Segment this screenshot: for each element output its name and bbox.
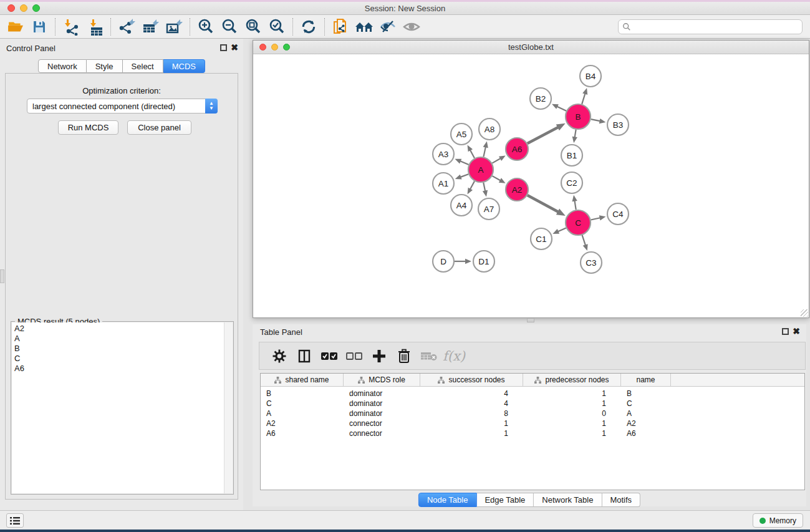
graph-node-label: A8 — [485, 125, 495, 134]
save-session-button[interactable] — [27, 17, 51, 37]
tab-edge-table[interactable]: Edge Table — [476, 493, 534, 507]
table-row[interactable]: C dominator 4 1 C — [261, 399, 804, 409]
export-network-button[interactable] — [115, 17, 138, 37]
result-item[interactable]: A — [14, 334, 225, 344]
graph-node-label: C — [575, 218, 581, 228]
app-titlebar[interactable]: Session: New Session — [0, 2, 810, 15]
zoom-in-button[interactable] — [194, 17, 218, 37]
export-image-button[interactable] — [162, 17, 186, 37]
open-session-button[interactable] — [4, 17, 27, 37]
table-row[interactable]: A6 connector 1 1 A6 — [261, 428, 804, 438]
select-all-icon — [321, 352, 337, 360]
float-panel-icon[interactable] — [220, 44, 227, 51]
show-columns-button[interactable] — [292, 345, 317, 367]
graph-edge-A-A3 — [460, 161, 469, 165]
tab-network-table[interactable]: Network Table — [534, 493, 602, 507]
deselect-all-button[interactable] — [342, 345, 367, 367]
result-item[interactable]: C — [14, 354, 225, 364]
table-panel-tabs: Node Table Edge Table Network Table Moti… — [418, 493, 640, 507]
tab-style[interactable]: Style — [87, 59, 123, 73]
horizontal-splitter-handle[interactable] — [527, 318, 534, 322]
run-mcds-button[interactable]: Run MCDS — [58, 120, 118, 135]
result-item[interactable]: B — [14, 344, 225, 354]
float-panel-icon[interactable] — [782, 328, 789, 335]
tab-motifs[interactable]: Motifs — [602, 493, 640, 507]
export-network-icon — [118, 18, 135, 36]
tab-network[interactable]: Network — [38, 59, 87, 73]
close-panel-icon[interactable]: ✖ — [793, 326, 800, 336]
select-stepper-icon: ▲▼ — [205, 99, 218, 114]
close-panel-icon[interactable]: ✖ — [231, 42, 238, 52]
columns-icon — [297, 349, 312, 364]
column-label: name — [636, 375, 655, 384]
result-scrollbar[interactable] — [224, 322, 233, 493]
search-input[interactable] — [631, 22, 798, 31]
network-window-titlebar[interactable]: testGlobe.txt — [253, 41, 809, 54]
column-header-shared-name[interactable]: shared name — [261, 374, 344, 386]
delete-column-button[interactable] — [392, 345, 417, 367]
status-bar: Memory — [0, 510, 810, 530]
refresh-button[interactable] — [297, 17, 321, 37]
column-header-successor-nodes[interactable]: successor nodes — [420, 374, 523, 386]
function-builder-button[interactable]: f(x) — [441, 345, 466, 367]
table-row[interactable]: A dominator 8 0 A — [261, 409, 804, 418]
cell-shared-name: A2 — [261, 419, 344, 428]
cell-successor-nodes: 1 — [420, 419, 523, 428]
graph-node-label: C3 — [586, 258, 596, 268]
memory-button[interactable]: Memory — [753, 513, 803, 528]
cell-successor-nodes: 1 — [420, 429, 523, 438]
optimization-criterion-label: Optimization criterion: — [6, 86, 238, 95]
table-settings-button[interactable] — [267, 345, 292, 367]
graph-edge-A-A8 — [483, 146, 486, 157]
toolbar-separator — [292, 18, 293, 36]
tab-node-table[interactable]: Node Table — [418, 493, 477, 507]
export-table-button[interactable] — [138, 17, 162, 37]
graph-node-label: B4 — [586, 72, 596, 81]
add-column-button[interactable] — [367, 345, 392, 367]
resize-grip-icon[interactable] — [801, 309, 808, 317]
cell-predecessor-nodes: 1 — [523, 399, 621, 408]
zoom-fit-button[interactable] — [241, 17, 265, 37]
result-item[interactable]: A2 — [14, 324, 225, 334]
table-row[interactable]: A2 connector 1 1 A2 — [261, 418, 804, 428]
zoom-selected-button[interactable] — [265, 17, 289, 37]
search-box[interactable] — [618, 19, 803, 34]
column-header-name[interactable]: name — [621, 374, 671, 386]
column-header-filler — [671, 374, 804, 386]
table-row[interactable]: B dominator 4 1 B — [261, 389, 804, 399]
zoom-out-button[interactable] — [218, 17, 241, 37]
cell-mcds-role: dominator — [344, 399, 420, 408]
graph-node-label: A2 — [512, 185, 523, 195]
close-panel-button[interactable]: Close panel — [127, 120, 191, 135]
graph-edge-A-A7 — [483, 183, 485, 192]
column-header-mcds-role[interactable]: MCDS role — [344, 374, 420, 386]
network-canvas[interactable]: AA1A2A3A4A5A6A7A8BB1B2B3B4CC1C2C3C4DD1 — [253, 55, 809, 317]
mcds-panel: Optimization criterion: largest connecte… — [5, 73, 238, 500]
arrowhead-icon — [483, 142, 488, 148]
clone-network-button[interactable] — [329, 17, 352, 37]
show-panels-button[interactable] — [400, 17, 423, 37]
clone-network-icon — [332, 18, 349, 36]
graph-edge-A-A1 — [460, 174, 468, 177]
panel-splitter-handle[interactable] — [0, 269, 4, 283]
graph-node-label: A7 — [484, 205, 494, 214]
toolbar-separator — [110, 18, 111, 36]
delete-table-button[interactable] — [417, 345, 441, 367]
node-table[interactable]: shared name MCDS role successor nodes pr… — [260, 373, 805, 490]
column-header-predecessor-nodes[interactable]: predecessor nodes — [523, 374, 621, 386]
selected-option: largest connected component (directed) — [27, 102, 205, 111]
mcds-result-list[interactable]: A2 A B C A6 — [12, 322, 225, 493]
cell-successor-nodes: 4 — [420, 399, 523, 408]
home-button[interactable] — [352, 17, 376, 37]
optimization-criterion-select[interactable]: largest connected component (directed) ▲… — [27, 99, 218, 114]
hide-panels-button[interactable] — [376, 17, 400, 37]
tab-mcds[interactable]: MCDS — [163, 59, 205, 73]
task-history-button[interactable] — [6, 513, 24, 528]
import-table-button[interactable] — [83, 17, 107, 37]
main-toolbar — [0, 15, 810, 39]
import-network-button[interactable] — [59, 17, 83, 37]
select-all-button[interactable] — [317, 345, 342, 367]
tab-select[interactable]: Select — [123, 59, 163, 73]
arrowhead-icon — [599, 215, 606, 220]
result-item[interactable]: A6 — [14, 364, 225, 374]
